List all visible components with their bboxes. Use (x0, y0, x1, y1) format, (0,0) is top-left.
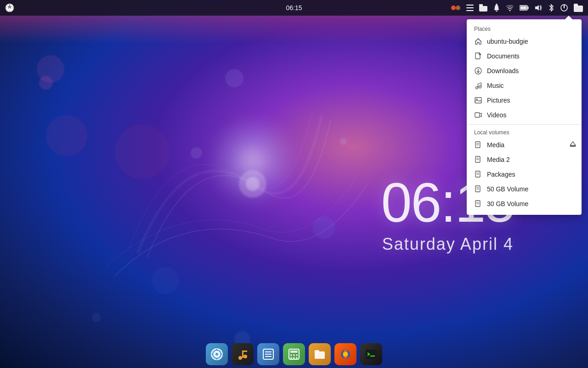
menu-item-documents[interactable]: Documents (467, 49, 582, 63)
panel-center: 06:15 (286, 4, 302, 12)
bokeh-10 (152, 267, 179, 294)
bluetooth-button[interactable] (547, 3, 556, 13)
volume-50gb-icon (474, 185, 482, 193)
taskbar-app-firefox[interactable] (334, 343, 356, 365)
taskbar (0, 340, 588, 368)
places-menu: Places ubuntu-budgie Documents (467, 19, 582, 215)
clock-date-label: Saturday April 4 (381, 235, 514, 254)
menu-item-media2[interactable]: Media 2 (467, 152, 582, 167)
svg-marker-18 (535, 5, 539, 11)
menu-item-50gb-label: 50 GB Volume (487, 185, 528, 193)
menu-item-30gb-label: 30 GB Volume (487, 200, 528, 207)
svg-point-5 (451, 6, 456, 10)
bokeh-6 (191, 147, 202, 159)
battery-button[interactable] (518, 4, 530, 12)
menu-item-home[interactable]: ubuntu-budgie (467, 34, 582, 49)
notification-dots[interactable] (449, 3, 462, 12)
panel-left (4, 2, 16, 14)
media2-icon (474, 155, 482, 164)
bokeh-8 (92, 313, 101, 322)
panel-menu-button[interactable] (465, 4, 475, 12)
bokeh-4 (115, 124, 170, 179)
svg-point-68 (290, 354, 292, 356)
local-volumes-section-label: Local volumes (467, 126, 582, 138)
menu-item-documents-label: Documents (487, 52, 520, 60)
svg-rect-79 (366, 350, 377, 359)
volume-30gb-icon (474, 200, 482, 208)
documents-icon (474, 52, 482, 60)
packages-icon (474, 170, 482, 178)
svg-point-72 (293, 357, 295, 359)
svg-line-30 (478, 83, 481, 84)
panel-clock-label: 06:15 (286, 4, 302, 12)
svg-point-78 (343, 352, 348, 356)
menu-item-50gb[interactable]: 50 GB Volume (467, 182, 582, 196)
bokeh-7 (312, 216, 335, 239)
places-section-label: Places (467, 23, 582, 34)
svg-rect-16 (527, 6, 529, 9)
svg-point-26 (476, 87, 478, 89)
menu-item-media[interactable]: Media (467, 138, 582, 152)
svg-point-1 (246, 177, 260, 191)
media-icon (474, 141, 482, 149)
notification-button[interactable] (492, 3, 502, 13)
svg-point-6 (456, 6, 460, 10)
glow-center (207, 115, 299, 207)
menu-item-videos[interactable]: Videos (467, 108, 582, 122)
svg-rect-8 (466, 7, 474, 8)
top-panel: 06:15 (0, 0, 588, 16)
places-applet-button[interactable] (572, 3, 584, 13)
power-button[interactable] (559, 3, 570, 13)
svg-rect-75 (315, 350, 319, 353)
svg-marker-37 (570, 142, 576, 145)
menu-item-music-label: Music (487, 82, 504, 89)
svg-point-70 (296, 354, 298, 356)
svg-rect-31 (475, 98, 481, 103)
menu-item-30gb[interactable]: 30 GB Volume (467, 196, 582, 211)
svg-point-27 (479, 86, 481, 88)
pictures-icon (474, 96, 482, 104)
menu-item-packages[interactable]: Packages (467, 167, 582, 182)
app-launcher-button[interactable] (4, 2, 16, 14)
bokeh-2 (39, 76, 53, 90)
svg-rect-7 (466, 5, 474, 6)
menu-item-packages-label: Packages (487, 171, 515, 178)
svg-point-14 (509, 10, 511, 12)
music-icon (474, 81, 482, 90)
svg-rect-33 (475, 113, 480, 117)
file-manager-button[interactable] (478, 3, 489, 12)
menu-item-downloads[interactable]: Downloads (467, 63, 582, 78)
svg-rect-22 (574, 4, 578, 6)
videos-icon (474, 111, 482, 119)
menu-item-pictures[interactable]: Pictures (467, 93, 582, 108)
svg-point-73 (296, 357, 298, 359)
taskbar-app-terminal[interactable] (360, 343, 382, 365)
menu-item-videos-label: Videos (487, 111, 507, 119)
svg-point-0 (239, 170, 266, 198)
menu-item-music[interactable]: Music (467, 78, 582, 93)
menu-item-downloads-label: Downloads (487, 67, 519, 75)
media-eject-icon[interactable] (570, 141, 576, 149)
svg-rect-38 (570, 146, 576, 147)
menu-item-media-label: Media (487, 141, 504, 149)
svg-rect-21 (574, 6, 583, 12)
svg-rect-17 (520, 6, 527, 10)
downloads-icon (474, 67, 482, 75)
svg-rect-61 (242, 351, 247, 352)
svg-point-69 (293, 354, 295, 356)
bokeh-3 (46, 115, 87, 156)
taskbar-app-music[interactable] (232, 343, 254, 365)
taskbar-app-budgie[interactable] (206, 343, 228, 365)
volume-button[interactable] (533, 3, 544, 12)
panel-right (449, 3, 584, 13)
wifi-button[interactable] (504, 4, 515, 12)
svg-rect-10 (479, 6, 487, 12)
svg-point-58 (238, 356, 242, 360)
menu-item-pictures-label: Pictures (487, 97, 510, 104)
svg-rect-11 (479, 4, 483, 6)
taskbar-app-lists[interactable] (257, 343, 279, 365)
taskbar-app-files[interactable] (309, 343, 331, 365)
menu-divider-1 (467, 124, 582, 125)
taskbar-app-calc[interactable] (283, 343, 305, 365)
svg-point-59 (243, 355, 247, 358)
